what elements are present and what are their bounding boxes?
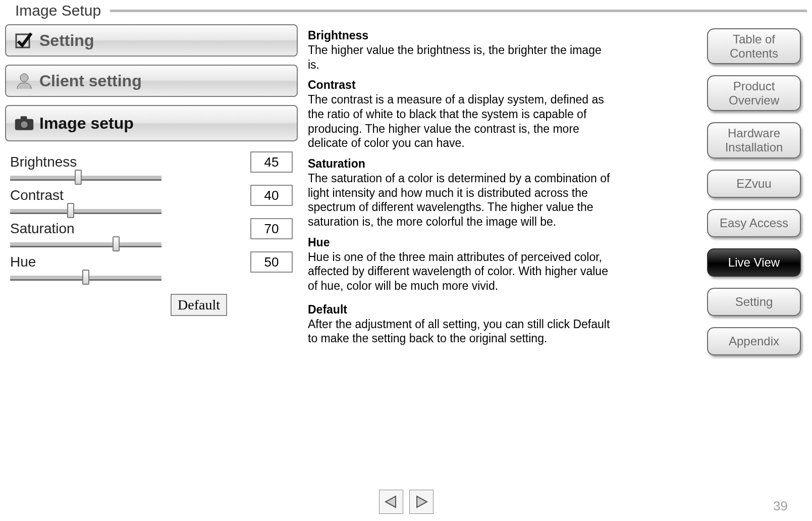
- page-number: 39: [773, 498, 788, 514]
- slider-label: Saturation: [10, 221, 75, 237]
- svg-marker-5: [386, 496, 396, 507]
- slider-thumb[interactable]: [82, 270, 89, 285]
- tab-client-setting[interactable]: Client setting: [5, 65, 298, 97]
- tab-image-setup[interactable]: Image setup: [5, 105, 298, 141]
- slider-thumb[interactable]: [113, 236, 120, 251]
- nav-column: Table of Contents Product Overview Hardw…: [701, 24, 807, 367]
- svg-rect-3: [21, 116, 27, 120]
- arrow-left-icon: [384, 494, 399, 509]
- slider-thumb[interactable]: [75, 170, 82, 185]
- desc-body: The saturation of a color is determined …: [308, 171, 611, 229]
- desc-heading: Saturation: [308, 157, 611, 171]
- nav-table-of-contents[interactable]: Table of Contents: [707, 28, 801, 64]
- sliders-group: Brightness 45 Contrast 40 Saturation: [5, 149, 298, 289]
- default-button[interactable]: Default: [171, 294, 227, 316]
- slider-hue: Hue 50: [10, 251, 293, 281]
- desc-body: The contrast is a measure of a display s…: [308, 92, 611, 150]
- title-rule: [110, 10, 807, 12]
- slider-value[interactable]: 70: [250, 218, 293, 239]
- page-title: Image Setup: [15, 2, 110, 19]
- image-setup-panel: Setting Client setting Image setup: [5, 24, 298, 316]
- nav-easy-access[interactable]: Easy Access: [707, 209, 801, 237]
- next-page-button[interactable]: [409, 490, 434, 514]
- pager: 39: [0, 490, 812, 514]
- desc-body: The higher value the brightness is, the …: [308, 43, 611, 72]
- nav-label: Easy Access: [720, 216, 788, 230]
- slider-value[interactable]: 45: [250, 151, 293, 173]
- slider-label: Brightness: [10, 154, 77, 170]
- nav-label: Setting: [735, 295, 773, 309]
- check-icon: [14, 31, 34, 49]
- desc-heading: Hue: [308, 235, 611, 250]
- nav-setting[interactable]: Setting: [707, 288, 801, 316]
- slider-label: Contrast: [10, 187, 64, 203]
- slider-track[interactable]: [10, 209, 161, 214]
- slider-thumb[interactable]: [67, 203, 74, 218]
- svg-point-4: [21, 121, 28, 128]
- nav-label: Appendix: [729, 334, 779, 348]
- nav-label: Hardware Installation: [725, 126, 783, 154]
- nav-ezvuu[interactable]: EZvuu: [707, 170, 801, 198]
- slider-contrast: Contrast 40: [10, 185, 293, 214]
- slider-track[interactable]: [10, 176, 161, 181]
- desc-heading: Brightness: [308, 28, 611, 43]
- slider-value[interactable]: 40: [250, 185, 293, 206]
- nav-label: Live View: [728, 255, 780, 270]
- arrow-right-icon: [414, 494, 429, 509]
- nav-product-overview[interactable]: Product Overview: [707, 75, 801, 111]
- desc-heading: Default: [308, 302, 611, 317]
- tab-label: Client setting: [39, 72, 142, 90]
- nav-appendix[interactable]: Appendix: [707, 327, 801, 355]
- nav-hardware-installation[interactable]: Hardware Installation: [707, 122, 801, 158]
- svg-point-1: [20, 74, 28, 82]
- nav-label: Product Overview: [729, 79, 779, 107]
- svg-marker-6: [417, 496, 427, 507]
- nav-live-view[interactable]: Live View: [707, 248, 801, 277]
- nav-label: Table of Contents: [730, 32, 778, 60]
- tab-label: Image setup: [39, 114, 134, 133]
- camera-icon: [14, 115, 34, 132]
- slider-saturation: Saturation 70: [10, 218, 293, 247]
- tab-setting[interactable]: Setting: [5, 24, 298, 57]
- slider-track[interactable]: [10, 276, 161, 281]
- page-title-bar: Image Setup: [0, 0, 812, 19]
- slider-brightness: Brightness 45: [10, 151, 293, 181]
- desc-body: Hue is one of the three main attributes …: [308, 250, 611, 293]
- slider-label: Hue: [10, 254, 36, 270]
- nav-label: EZvuu: [736, 177, 771, 191]
- person-icon: [14, 72, 34, 90]
- description-column: Brightness The higher value the brightne…: [308, 24, 611, 352]
- desc-body: After the adjustment of all setting, you…: [308, 317, 611, 346]
- prev-page-button[interactable]: [379, 490, 403, 514]
- tab-label: Setting: [39, 31, 94, 50]
- slider-value[interactable]: 50: [250, 251, 293, 273]
- desc-heading: Contrast: [308, 78, 611, 92]
- slider-track[interactable]: [10, 242, 161, 247]
